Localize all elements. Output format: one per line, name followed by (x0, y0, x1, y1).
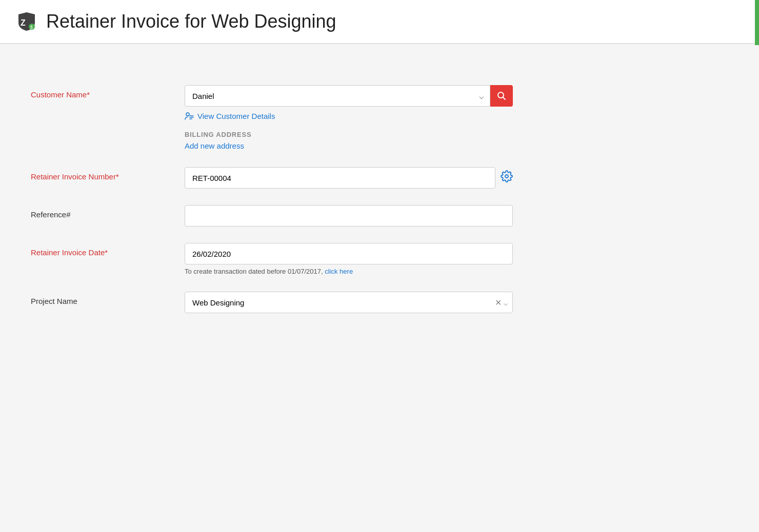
hint-text-prefix: To create transaction dated before 01/07… (185, 268, 323, 275)
search-icon (497, 91, 506, 100)
project-name-label: Project Name (31, 292, 185, 305)
retainer-invoice-number-field (185, 167, 513, 189)
svg-line-5 (503, 97, 506, 100)
svg-text:$: $ (30, 25, 33, 30)
customer-name-field: Daniel ⌵ (185, 85, 513, 151)
reference-label: Reference# (31, 205, 185, 219)
billing-address-section: BILLING ADDRESS Add new address (185, 131, 513, 151)
reference-input[interactable] (185, 205, 513, 227)
customer-search-button[interactable] (490, 85, 513, 107)
project-name-select[interactable]: Web Designing (185, 292, 513, 313)
customer-details-icon (185, 112, 194, 120)
svg-text:Z: Z (21, 18, 26, 27)
view-customer-label: View Customer Details (197, 112, 275, 120)
add-address-link[interactable]: Add new address (185, 141, 244, 150)
project-name-row: Project Name Web Designing ✕ ⌵ (31, 292, 728, 313)
form-content: Customer Name* Daniel ⌵ (0, 65, 759, 532)
customer-select-wrapper: Daniel ⌵ (185, 85, 513, 107)
app-logo: Z $ (14, 9, 39, 34)
click-here-link[interactable]: click here (325, 268, 353, 275)
header-divider (0, 44, 759, 44)
reference-field (185, 205, 513, 227)
green-accent-bar (755, 0, 759, 45)
retainer-invoice-date-label: Retainer Invoice Date* (31, 243, 185, 257)
retainer-invoice-number-input[interactable] (185, 167, 495, 189)
billing-address-title: BILLING ADDRESS (185, 131, 513, 138)
invoice-number-input-wrapper (185, 167, 513, 189)
retainer-invoice-number-row: Retainer Invoice Number* (31, 167, 728, 189)
reference-row: Reference# (31, 205, 728, 227)
retainer-invoice-date-field: To create transaction dated before 01/07… (185, 243, 513, 275)
svg-point-10 (505, 175, 508, 178)
view-customer-link[interactable]: View Customer Details (185, 112, 513, 120)
project-name-field: Web Designing ✕ ⌵ (185, 292, 513, 313)
retainer-invoice-number-label: Retainer Invoice Number* (31, 167, 185, 181)
date-hint-text: To create transaction dated before 01/07… (185, 268, 513, 275)
customer-name-row: Customer Name* Daniel ⌵ (31, 85, 728, 151)
retainer-invoice-date-row: Retainer Invoice Date* To create transac… (31, 243, 728, 275)
retainer-invoice-date-input[interactable] (185, 243, 513, 264)
project-select-wrapper: Web Designing ✕ ⌵ (185, 292, 513, 313)
page-title: Retainer Invoice for Web Designing (46, 11, 336, 32)
customer-select-container: Daniel ⌵ (185, 85, 490, 107)
settings-icon[interactable] (501, 170, 513, 186)
customer-name-label: Customer Name* (31, 85, 185, 99)
customer-name-select[interactable]: Daniel (185, 85, 490, 107)
svg-point-6 (186, 113, 189, 116)
page-header: Z $ Retainer Invoice for Web Designing (0, 0, 759, 44)
